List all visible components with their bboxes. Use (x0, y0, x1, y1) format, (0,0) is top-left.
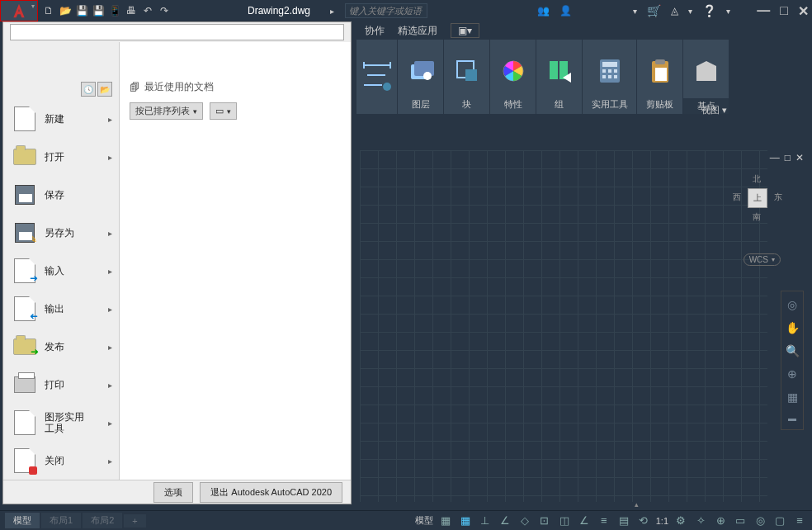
ribbon-panel-basepoint[interactable]: 基点 (683, 40, 729, 114)
status-isolate-icon[interactable]: ◎ (753, 514, 767, 527)
status-grid-icon[interactable]: ▦ (438, 514, 453, 527)
options-button[interactable]: 选项 (153, 482, 193, 503)
menu-utilities[interactable]: 图形实用 工具▸ (3, 404, 119, 442)
sort-dropdown[interactable]: 按已排序列表▾ (130, 102, 203, 120)
status-otrack-icon[interactable]: ∠ (577, 514, 592, 527)
menu-new[interactable]: 新建▸ (3, 100, 119, 138)
nav-fullnav-icon[interactable]: ◎ (787, 298, 797, 311)
wcs-label[interactable]: WCS▾ (744, 253, 781, 266)
viewcube-east[interactable]: 东 (774, 192, 782, 203)
status-transparency-icon[interactable]: ▤ (616, 514, 631, 527)
user-icon[interactable]: 👤 (559, 5, 572, 17)
open-docs-toggle[interactable]: 📂 (97, 82, 112, 97)
menu-close[interactable]: 关闭▸ (3, 442, 119, 480)
tab-layout2[interactable]: 布局2 (83, 513, 122, 528)
menu-print[interactable]: 打印▸ (3, 366, 119, 404)
viewcube-north[interactable]: 北 (753, 173, 761, 185)
status-bar: 模型 布局1 布局2 + 模型 ▦ ▦ ⊥ ∠ ◇ ⊡ ◫ ∠ ≡ ▤ ⟲ 1:… (0, 510, 812, 530)
viewcube-south[interactable]: 南 (753, 211, 761, 223)
status-workspace-icon[interactable]: ⊕ (713, 514, 728, 527)
status-monitor-icon[interactable]: ▭ (733, 514, 748, 527)
status-cycling-icon[interactable]: ⟲ (636, 514, 651, 527)
title-arrow-icon[interactable]: ▸ (330, 7, 334, 16)
qat-plot-icon[interactable]: 🖶 (124, 3, 139, 18)
viewcube-west[interactable]: 西 (733, 192, 741, 203)
ribbon-panel-clipboard[interactable]: 剪贴板 (637, 40, 683, 114)
dropdown3-icon[interactable]: ▾ (726, 7, 730, 16)
qat-undo-icon[interactable]: ↶ (140, 3, 155, 18)
help-search-input[interactable]: 键入关键字或短语 (345, 3, 427, 18)
nav-orbit-icon[interactable]: ⊕ (787, 367, 797, 381)
doc-close-icon[interactable]: ✕ (795, 152, 804, 163)
ribbon-panel-block[interactable]: 块 (444, 40, 490, 114)
tab-add[interactable]: + (124, 514, 145, 528)
qat-redo-icon[interactable]: ↷ (157, 3, 172, 18)
scroll-arrow-icon[interactable]: ▴ (635, 500, 639, 509)
qat-web-icon[interactable]: 📱 (107, 3, 122, 18)
close-button[interactable]: ✕ (798, 3, 809, 19)
status-ortho-icon[interactable]: ⊥ (478, 514, 493, 527)
tab-collaborate[interactable]: 协作 (365, 24, 385, 38)
svg-rect-5 (465, 69, 477, 81)
dropdown-icon[interactable]: ▾ (633, 7, 637, 16)
status-lineweight-icon[interactable]: ≡ (597, 514, 611, 527)
ribbon-panel-layers[interactable]: 图层 (398, 40, 444, 114)
signin-icon[interactable]: 👥 (537, 5, 550, 17)
ribbon-panel-properties[interactable]: 特性 (490, 40, 536, 114)
qat-save-icon[interactable]: 💾 (74, 3, 89, 18)
tab-model[interactable]: 模型 (5, 513, 40, 528)
nav-collapse-icon[interactable]: ▬ (788, 414, 796, 423)
menu-save[interactable]: 保存 (3, 176, 119, 214)
status-cleanscreen-icon[interactable]: ▢ (772, 514, 787, 527)
tab-expander[interactable]: ▣▾ (451, 23, 479, 38)
svg-rect-15 (608, 75, 611, 78)
app-icon[interactable]: ◬ (671, 5, 678, 17)
menu-publish[interactable]: ➜发布▸ (3, 328, 119, 366)
ribbon-panel-group[interactable]: 组 (536, 40, 583, 114)
status-3dosnap-icon[interactable]: ◫ (557, 514, 572, 527)
application-menu-button[interactable] (0, 0, 38, 21)
drawing-canvas[interactable]: — □ ✕ 北 南 西 东 上 WCS▾ ◎ ✋ 🔍 ⊕ ▦ ▬ (356, 117, 809, 510)
ribbon-panel-utilities[interactable]: 实用工具 (583, 40, 637, 114)
svg-rect-7 (550, 61, 558, 79)
status-gear-icon[interactable]: ⚙ (673, 514, 688, 527)
nav-pan-icon[interactable]: ✋ (786, 321, 800, 334)
maximize-button[interactable]: □ (780, 3, 788, 19)
status-model-label[interactable]: 模型 (415, 514, 433, 527)
menu-saveas[interactable]: ✎另存为▸ (3, 214, 119, 252)
viewcube-top[interactable]: 上 (748, 188, 767, 208)
view-mode-dropdown[interactable]: ▭▾ (210, 102, 237, 120)
tab-featured[interactable]: 精选应用 (398, 24, 437, 38)
menu-export[interactable]: ➜输出▸ (3, 290, 119, 328)
status-snap-icon[interactable]: ▦ (458, 514, 473, 527)
appmenu-search-input[interactable] (10, 24, 344, 40)
status-osnap-icon[interactable]: ⊡ (537, 514, 552, 527)
drawing-grid (360, 150, 767, 502)
status-isodraft-icon[interactable]: ◇ (517, 514, 532, 527)
qat-open-icon[interactable]: 📂 (58, 3, 73, 18)
nav-zoom-icon[interactable]: 🔍 (786, 344, 800, 357)
minimize-button[interactable]: — (757, 3, 770, 19)
status-customize-icon[interactable]: ≡ (792, 514, 807, 527)
doc-minimize-icon[interactable]: — (770, 152, 780, 163)
qat-new-icon[interactable]: 🗋 (41, 3, 56, 18)
qat-saveas-icon[interactable]: 💾 (91, 3, 106, 18)
menu-import[interactable]: ➜输入▸ (3, 252, 119, 290)
status-scale[interactable]: 1:1 (656, 516, 668, 526)
status-polar-icon[interactable]: ∠ (498, 514, 512, 527)
dropdown2-icon[interactable]: ▾ (688, 7, 692, 16)
ribbon: 图层 块 特性 组 实用工具 剪贴板 基点 (356, 40, 729, 114)
basepoint-icon (693, 58, 720, 84)
ribbon-panel-annotation[interactable] (356, 40, 398, 114)
menu-open[interactable]: 打开▸ (3, 138, 119, 176)
doc-maximize-icon[interactable]: □ (785, 152, 791, 163)
recent-docs-toggle[interactable]: 🕓 (81, 82, 96, 97)
status-annotation-icon[interactable]: ✧ (693, 514, 708, 527)
help-icon[interactable]: ❔ (702, 4, 716, 17)
cart-icon[interactable]: 🛒 (647, 4, 661, 17)
view-cube[interactable]: 北 南 西 东 上 (733, 173, 782, 223)
nav-showmotion-icon[interactable]: ▦ (787, 390, 798, 404)
exit-button[interactable]: 退出 Autodesk AutoCAD 2020 (200, 482, 342, 503)
ribbon-view-label[interactable]: 视图 ▾ (701, 104, 727, 116)
tab-layout1[interactable]: 布局1 (41, 513, 81, 528)
